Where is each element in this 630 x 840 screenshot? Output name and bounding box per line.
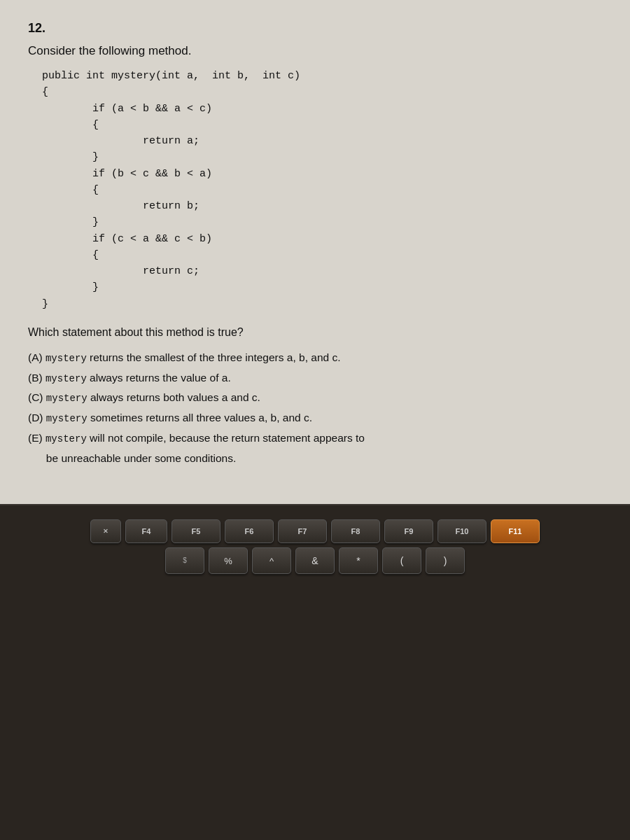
answer-e-cont-text: be unreachable under some conditions. [28, 452, 236, 464]
answer-a-mono: mystery [46, 353, 87, 364]
key-f8-label: F8 [351, 527, 360, 536]
key-open-paren-label: ( [400, 555, 404, 566]
key-f4-label: F4 [142, 527, 151, 536]
key-f11-label: F11 [509, 527, 522, 536]
answer-e-text: will not compile, because the return sta… [87, 432, 365, 444]
question-intro: Consider the following method. [28, 44, 602, 58]
answer-e: (E) mystery will not compile, because th… [28, 429, 602, 448]
answer-e-label: (E) [28, 432, 46, 444]
key-f8[interactable]: F8 [331, 519, 380, 543]
key-close-paren[interactable]: ) [426, 547, 465, 574]
answer-b-text: always returns the value of a. [87, 372, 231, 384]
key-f11[interactable]: F11 [491, 519, 540, 543]
key-open-paren[interactable]: ( [382, 547, 421, 574]
key-asterisk[interactable]: * [339, 547, 378, 574]
key-f7-label: F7 [298, 527, 307, 536]
answer-a-label: (A) [28, 351, 46, 363]
key-caret[interactable]: ^ [252, 547, 291, 574]
key-f6[interactable]: F6 [225, 519, 274, 543]
key-caret-label: ^ [270, 556, 274, 566]
keyboard-area: ✕ F4 F5 F6 F7 F8 F9 F10 F11 $ [0, 505, 630, 840]
code-line-14: } [42, 279, 602, 295]
content-area: 12. Consider the following method. publi… [0, 0, 630, 504]
code-line-13: return c; [42, 263, 602, 279]
answer-d: (D) mystery sometimes returns all three … [28, 409, 602, 428]
question-number: 12. [28, 21, 602, 36]
key-asterisk-label: * [356, 555, 360, 566]
code-line-2: { [42, 84, 602, 100]
key-f4[interactable]: F4 [125, 519, 167, 543]
answer-e-mono: mystery [46, 433, 87, 444]
code-line-4: { [42, 117, 602, 133]
key-f5[interactable]: F5 [172, 519, 220, 543]
answer-c: (C) mystery always returns both values a… [28, 388, 602, 407]
question-prompt: Which statement about this method is tru… [28, 326, 602, 339]
key-ampersand-label: & [312, 555, 318, 566]
answer-c-text: always returns both values a and c. [88, 391, 260, 403]
key-f6-label: F6 [245, 527, 254, 536]
key-f3[interactable]: ✕ [90, 519, 121, 543]
code-line-7: if (b < c && b < a) [42, 166, 602, 182]
code-line-11: if (c < a && c < b) [42, 231, 602, 247]
answer-b-label: (B) [28, 372, 46, 384]
answer-b: (B) mystery always returns the value of … [28, 369, 602, 388]
answer-a-text: returns the smallest of the three intege… [87, 351, 341, 363]
answer-c-label: (C) [28, 391, 46, 403]
code-block: public int mystery(int a, int b, int c) … [42, 68, 602, 312]
code-line-6: } [42, 149, 602, 165]
code-line-8: { [42, 182, 602, 198]
code-line-5: return a; [42, 133, 602, 149]
answers-list: (A) mystery returns the smallest of the … [28, 349, 602, 468]
key-f5-label: F5 [192, 527, 201, 536]
key-f10[interactable]: F10 [438, 519, 486, 543]
key-close-paren-label: ) [444, 555, 447, 566]
code-line-10: } [42, 214, 602, 230]
key-f7[interactable]: F7 [278, 519, 327, 543]
answer-d-text: sometimes returns all three values a, b,… [88, 412, 312, 424]
key-dollar-top: $ [183, 556, 187, 564]
fn-key-row: ✕ F4 F5 F6 F7 F8 F9 F10 F11 [90, 519, 540, 543]
answer-d-label: (D) [28, 412, 46, 424]
code-line-12: { [42, 247, 602, 263]
key-percent-label: % [224, 556, 232, 566]
number-key-row: $ % ^ & * ( ) [165, 547, 465, 574]
code-line-15: } [42, 296, 602, 312]
code-line-9: return b; [42, 198, 602, 214]
code-line-3: if (a < b && a < c) [42, 101, 602, 117]
code-line-1: public int mystery(int a, int b, int c) [42, 68, 602, 84]
key-ampersand[interactable]: & [295, 547, 335, 574]
key-f3-icon: ✕ [103, 528, 108, 535]
answer-c-mono: mystery [46, 393, 88, 404]
answer-e-cont: be unreachable under some conditions. [28, 449, 602, 468]
answer-a: (A) mystery returns the smallest of the … [28, 349, 602, 368]
key-f9-label: F9 [405, 527, 414, 536]
answer-b-mono: mystery [46, 373, 87, 384]
key-f9[interactable]: F9 [384, 519, 433, 543]
key-f10-label: F10 [456, 527, 469, 536]
answer-d-mono: mystery [46, 413, 88, 424]
key-percent[interactable]: % [209, 547, 248, 574]
key-dollar[interactable]: $ [165, 547, 204, 574]
